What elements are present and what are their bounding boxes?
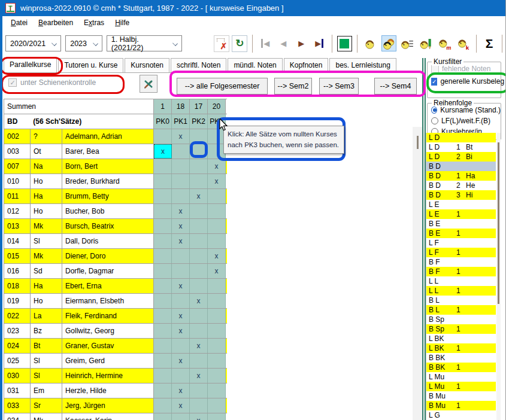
pk-cell[interactable] bbox=[154, 369, 172, 383]
pk-cell[interactable]: x bbox=[172, 309, 190, 323]
pk-cell[interactable] bbox=[190, 144, 208, 159]
button--sem4[interactable]: --> Sem4 bbox=[374, 78, 417, 95]
pk-cell[interactable] bbox=[172, 174, 190, 188]
course-list-item[interactable]: B D3Hi bbox=[426, 190, 496, 200]
pk-cell[interactable] bbox=[154, 384, 172, 398]
pk-cell[interactable] bbox=[190, 129, 208, 144]
course-list-item[interactable]: B Mu1 bbox=[426, 401, 496, 410]
pk-cell[interactable]: x bbox=[208, 264, 226, 278]
button--sem3[interactable]: --> Sem3 bbox=[319, 78, 359, 95]
pk-cell[interactable]: x bbox=[190, 369, 208, 383]
course-list-item[interactable]: B E bbox=[426, 219, 496, 229]
table-row[interactable]: 002?Adelmann, Adrianx bbox=[4, 129, 227, 144]
pk-cell[interactable] bbox=[154, 309, 172, 323]
sort-option-lf-l-weit-f-b-[interactable]: LF(L)/weit.F.(B) bbox=[431, 117, 501, 125]
pk-cell[interactable] bbox=[190, 398, 208, 413]
course-list-item[interactable]: B Sp1 bbox=[426, 324, 496, 334]
student-list-button[interactable] bbox=[400, 35, 415, 51]
tab-schriftl-noten[interactable]: schriftl. Noten bbox=[171, 58, 226, 72]
scrollbar-thumb[interactable] bbox=[498, 142, 499, 304]
course-list-scrollbar[interactable] bbox=[496, 133, 501, 420]
pk-cell[interactable]: x bbox=[154, 144, 172, 159]
table-row[interactable]: 016SdDorfle, Dagmarx bbox=[4, 264, 227, 279]
pk-cell[interactable]: x bbox=[190, 413, 208, 420]
course-list-item[interactable]: B BK1 bbox=[426, 363, 496, 372]
table-row[interactable]: 031EmHerzle, Hildex bbox=[4, 384, 227, 398]
pk-cell[interactable] bbox=[172, 249, 190, 263]
tab-parallelkurse[interactable]: Parallelkurse bbox=[4, 57, 57, 72]
schienenkontrolle-checkbox[interactable]: ✓ unter Schienenkontrolle bbox=[8, 78, 96, 87]
table-row[interactable]: 033SrJerg, Jürgenx bbox=[4, 398, 227, 413]
pk-cell[interactable]: x bbox=[172, 324, 190, 338]
pk-cell[interactable] bbox=[172, 339, 190, 353]
table-row[interactable]: 011HaBrumm, Bettyx bbox=[4, 189, 227, 204]
pk-cell[interactable] bbox=[154, 294, 172, 308]
pk-cell[interactable]: x bbox=[172, 129, 190, 144]
pk-cell[interactable]: x bbox=[172, 398, 190, 413]
course-list-item[interactable]: L BK bbox=[426, 334, 496, 343]
pk-cell[interactable] bbox=[154, 413, 172, 420]
green-square-button[interactable] bbox=[337, 36, 352, 51]
pk-cell[interactable] bbox=[208, 398, 226, 413]
pk-cell[interactable] bbox=[154, 354, 172, 368]
pk-column-header[interactable]: PK2 bbox=[190, 114, 208, 129]
student-m-button[interactable]: m bbox=[437, 35, 452, 51]
pk-cell[interactable]: x bbox=[172, 204, 190, 218]
tab-bes-lernleistung[interactable]: bes. Lernleistung bbox=[329, 58, 396, 72]
table-row[interactable]: 003OtBarer, Beax bbox=[4, 144, 227, 159]
course-list-item[interactable]: L Mu bbox=[426, 372, 496, 382]
course-list-item[interactable]: L E1 bbox=[426, 209, 496, 219]
pk-cell[interactable] bbox=[208, 204, 226, 218]
nav-prev-button[interactable]: ◀ bbox=[275, 35, 291, 52]
course-list-item[interactable]: L D1Bt bbox=[426, 142, 496, 152]
tab-kursnoten[interactable]: Kursnoten bbox=[125, 58, 169, 72]
student-edit-button[interactable] bbox=[419, 35, 434, 51]
pk-cell[interactable] bbox=[172, 264, 190, 278]
sum-button[interactable]: Σ bbox=[481, 35, 497, 52]
table-row[interactable]: 024BtGraner, Gustavx bbox=[4, 339, 227, 354]
course-list-item[interactable]: B F bbox=[426, 257, 496, 267]
nav-first-button[interactable]: ◀ bbox=[257, 35, 273, 52]
menu-item-extras[interactable]: Extras bbox=[78, 17, 110, 28]
course-list-item[interactable]: B BK bbox=[426, 353, 496, 363]
table-row[interactable]: 014SlDall, Dorisx bbox=[4, 234, 227, 249]
tab-kopfnoten[interactable]: Kopfnoten bbox=[284, 58, 329, 72]
pk-cell[interactable] bbox=[154, 174, 172, 188]
pk-cell[interactable] bbox=[208, 339, 226, 353]
pk-cell[interactable]: x bbox=[208, 174, 226, 188]
pk-cell[interactable] bbox=[208, 234, 226, 248]
pk-cell[interactable]: x bbox=[208, 159, 226, 174]
pk-cell[interactable] bbox=[190, 234, 208, 248]
pk-cell[interactable] bbox=[190, 249, 208, 263]
pk-cell[interactable] bbox=[208, 413, 226, 420]
refresh-button[interactable]: ↻ bbox=[232, 35, 247, 52]
pk-cell[interactable] bbox=[208, 369, 226, 383]
table-row[interactable]: 010HoBreder, Burkhardx bbox=[4, 174, 227, 189]
course-list-item[interactable]: B Mu bbox=[426, 391, 496, 401]
table-row[interactable]: 007NaBorn, Bertx bbox=[4, 159, 227, 174]
menu-item-bearbeiten[interactable]: Bearbeiten bbox=[33, 17, 78, 28]
course-list-item[interactable]: B D2He bbox=[426, 181, 496, 190]
pk-cell[interactable] bbox=[154, 129, 172, 144]
pk-cell[interactable]: x bbox=[208, 249, 226, 263]
course-list-item[interactable]: L BK1 bbox=[426, 343, 496, 353]
table-row[interactable]: 034MkKaesser, Karinx bbox=[4, 413, 227, 420]
pk-cell[interactable]: x bbox=[172, 384, 190, 398]
pk-cell[interactable] bbox=[190, 384, 208, 398]
pk-cell[interactable] bbox=[208, 309, 226, 323]
table-row[interactable]: 018HaEbert, Ernax bbox=[4, 279, 227, 294]
course-list-item[interactable]: L D2Bi bbox=[426, 152, 496, 162]
nav-next-button[interactable]: ▶ bbox=[293, 35, 309, 52]
pk-cell[interactable]: x bbox=[172, 354, 190, 368]
course-list-item[interactable]: B D1Ha bbox=[426, 171, 496, 181]
pk-column-header[interactable]: PK1 bbox=[172, 114, 190, 129]
pk-cell[interactable] bbox=[172, 189, 190, 203]
pk-cell[interactable] bbox=[190, 354, 208, 368]
course-list-item[interactable]: B Sp bbox=[426, 315, 496, 324]
pk-cell[interactable]: x bbox=[190, 189, 208, 203]
pk-cell[interactable] bbox=[154, 339, 172, 353]
button--alle-folgesemester[interactable]: --> alle Folgesemester bbox=[177, 78, 268, 95]
pk-cell[interactable] bbox=[190, 279, 208, 293]
table-row[interactable]: 019HoEiermann, Elsbethx bbox=[4, 294, 227, 309]
main-scrollbar[interactable] bbox=[413, 127, 423, 420]
